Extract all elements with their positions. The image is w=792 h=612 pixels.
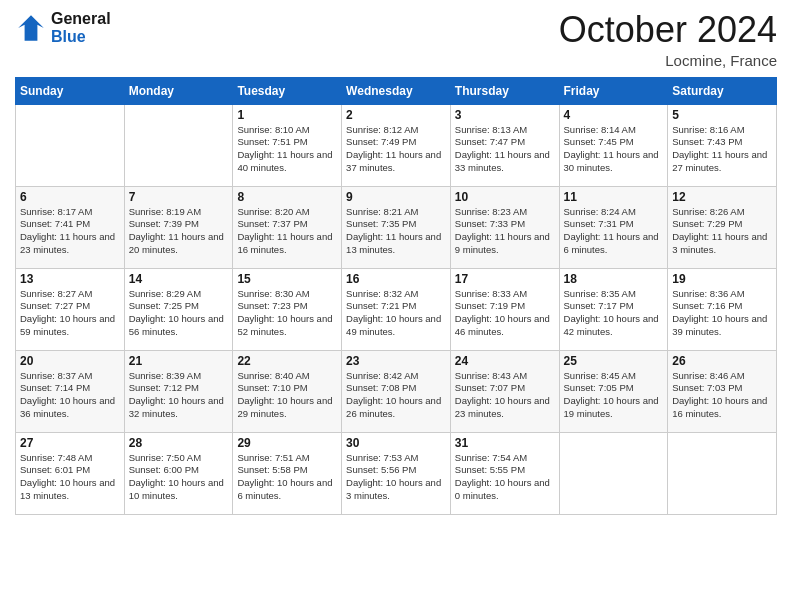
calendar-cell: 11Sunrise: 8:24 AM Sunset: 7:31 PM Dayli…	[559, 186, 668, 268]
day-info: Sunrise: 8:42 AM Sunset: 7:08 PM Dayligh…	[346, 370, 446, 421]
day-number: 7	[129, 190, 229, 204]
day-info: Sunrise: 7:53 AM Sunset: 5:56 PM Dayligh…	[346, 452, 446, 503]
calendar-cell: 7Sunrise: 8:19 AM Sunset: 7:39 PM Daylig…	[124, 186, 233, 268]
day-number: 10	[455, 190, 555, 204]
calendar-week-2: 6Sunrise: 8:17 AM Sunset: 7:41 PM Daylig…	[16, 186, 777, 268]
day-number: 16	[346, 272, 446, 286]
calendar-cell: 2Sunrise: 8:12 AM Sunset: 7:49 PM Daylig…	[342, 104, 451, 186]
day-number: 11	[564, 190, 664, 204]
calendar-cell: 15Sunrise: 8:30 AM Sunset: 7:23 PM Dayli…	[233, 268, 342, 350]
calendar-cell: 3Sunrise: 8:13 AM Sunset: 7:47 PM Daylig…	[450, 104, 559, 186]
day-number: 25	[564, 354, 664, 368]
day-info: Sunrise: 8:10 AM Sunset: 7:51 PM Dayligh…	[237, 124, 337, 175]
calendar-cell	[559, 432, 668, 514]
day-number: 18	[564, 272, 664, 286]
day-number: 9	[346, 190, 446, 204]
calendar-week-4: 20Sunrise: 8:37 AM Sunset: 7:14 PM Dayli…	[16, 350, 777, 432]
month-title: October 2024	[559, 10, 777, 50]
calendar-cell: 17Sunrise: 8:33 AM Sunset: 7:19 PM Dayli…	[450, 268, 559, 350]
day-number: 15	[237, 272, 337, 286]
calendar-header-thursday: Thursday	[450, 77, 559, 104]
calendar-cell	[668, 432, 777, 514]
day-info: Sunrise: 8:19 AM Sunset: 7:39 PM Dayligh…	[129, 206, 229, 257]
day-number: 8	[237, 190, 337, 204]
day-info: Sunrise: 8:20 AM Sunset: 7:37 PM Dayligh…	[237, 206, 337, 257]
day-info: Sunrise: 8:43 AM Sunset: 7:07 PM Dayligh…	[455, 370, 555, 421]
day-info: Sunrise: 8:40 AM Sunset: 7:10 PM Dayligh…	[237, 370, 337, 421]
day-info: Sunrise: 7:54 AM Sunset: 5:55 PM Dayligh…	[455, 452, 555, 503]
day-info: Sunrise: 8:26 AM Sunset: 7:29 PM Dayligh…	[672, 206, 772, 257]
day-number: 3	[455, 108, 555, 122]
day-number: 12	[672, 190, 772, 204]
day-info: Sunrise: 7:51 AM Sunset: 5:58 PM Dayligh…	[237, 452, 337, 503]
calendar-week-1: 1Sunrise: 8:10 AM Sunset: 7:51 PM Daylig…	[16, 104, 777, 186]
calendar-cell: 25Sunrise: 8:45 AM Sunset: 7:05 PM Dayli…	[559, 350, 668, 432]
calendar-header-wednesday: Wednesday	[342, 77, 451, 104]
day-number: 13	[20, 272, 120, 286]
calendar-header-friday: Friday	[559, 77, 668, 104]
day-number: 29	[237, 436, 337, 450]
calendar-cell: 9Sunrise: 8:21 AM Sunset: 7:35 PM Daylig…	[342, 186, 451, 268]
logo-icon	[15, 12, 47, 44]
day-info: Sunrise: 7:50 AM Sunset: 6:00 PM Dayligh…	[129, 452, 229, 503]
calendar-cell	[16, 104, 125, 186]
day-number: 28	[129, 436, 229, 450]
day-number: 26	[672, 354, 772, 368]
calendar-cell: 10Sunrise: 8:23 AM Sunset: 7:33 PM Dayli…	[450, 186, 559, 268]
calendar-header-saturday: Saturday	[668, 77, 777, 104]
calendar-cell: 14Sunrise: 8:29 AM Sunset: 7:25 PM Dayli…	[124, 268, 233, 350]
day-number: 2	[346, 108, 446, 122]
calendar: SundayMondayTuesdayWednesdayThursdayFrid…	[15, 77, 777, 515]
calendar-cell: 20Sunrise: 8:37 AM Sunset: 7:14 PM Dayli…	[16, 350, 125, 432]
calendar-cell: 24Sunrise: 8:43 AM Sunset: 7:07 PM Dayli…	[450, 350, 559, 432]
calendar-cell: 4Sunrise: 8:14 AM Sunset: 7:45 PM Daylig…	[559, 104, 668, 186]
page: General Blue October 2024 Locmine, Franc…	[0, 0, 792, 612]
calendar-header-tuesday: Tuesday	[233, 77, 342, 104]
calendar-week-5: 27Sunrise: 7:48 AM Sunset: 6:01 PM Dayli…	[16, 432, 777, 514]
calendar-cell: 23Sunrise: 8:42 AM Sunset: 7:08 PM Dayli…	[342, 350, 451, 432]
calendar-cell: 21Sunrise: 8:39 AM Sunset: 7:12 PM Dayli…	[124, 350, 233, 432]
day-info: Sunrise: 8:16 AM Sunset: 7:43 PM Dayligh…	[672, 124, 772, 175]
day-info: Sunrise: 8:12 AM Sunset: 7:49 PM Dayligh…	[346, 124, 446, 175]
day-number: 19	[672, 272, 772, 286]
day-number: 14	[129, 272, 229, 286]
calendar-cell: 12Sunrise: 8:26 AM Sunset: 7:29 PM Dayli…	[668, 186, 777, 268]
day-info: Sunrise: 8:45 AM Sunset: 7:05 PM Dayligh…	[564, 370, 664, 421]
calendar-cell: 29Sunrise: 7:51 AM Sunset: 5:58 PM Dayli…	[233, 432, 342, 514]
calendar-header-monday: Monday	[124, 77, 233, 104]
day-number: 17	[455, 272, 555, 286]
calendar-cell: 27Sunrise: 7:48 AM Sunset: 6:01 PM Dayli…	[16, 432, 125, 514]
day-number: 22	[237, 354, 337, 368]
day-info: Sunrise: 8:36 AM Sunset: 7:16 PM Dayligh…	[672, 288, 772, 339]
day-info: Sunrise: 8:21 AM Sunset: 7:35 PM Dayligh…	[346, 206, 446, 257]
day-info: Sunrise: 8:39 AM Sunset: 7:12 PM Dayligh…	[129, 370, 229, 421]
calendar-cell	[124, 104, 233, 186]
calendar-cell: 26Sunrise: 8:46 AM Sunset: 7:03 PM Dayli…	[668, 350, 777, 432]
day-info: Sunrise: 8:46 AM Sunset: 7:03 PM Dayligh…	[672, 370, 772, 421]
day-info: Sunrise: 8:23 AM Sunset: 7:33 PM Dayligh…	[455, 206, 555, 257]
calendar-cell: 18Sunrise: 8:35 AM Sunset: 7:17 PM Dayli…	[559, 268, 668, 350]
day-number: 23	[346, 354, 446, 368]
day-number: 30	[346, 436, 446, 450]
title-area: October 2024 Locmine, France	[559, 10, 777, 69]
calendar-cell: 1Sunrise: 8:10 AM Sunset: 7:51 PM Daylig…	[233, 104, 342, 186]
day-info: Sunrise: 8:32 AM Sunset: 7:21 PM Dayligh…	[346, 288, 446, 339]
calendar-cell: 30Sunrise: 7:53 AM Sunset: 5:56 PM Dayli…	[342, 432, 451, 514]
calendar-cell: 8Sunrise: 8:20 AM Sunset: 7:37 PM Daylig…	[233, 186, 342, 268]
day-number: 1	[237, 108, 337, 122]
day-number: 24	[455, 354, 555, 368]
header: General Blue October 2024 Locmine, Franc…	[15, 10, 777, 69]
day-info: Sunrise: 8:24 AM Sunset: 7:31 PM Dayligh…	[564, 206, 664, 257]
day-number: 4	[564, 108, 664, 122]
location: Locmine, France	[559, 52, 777, 69]
calendar-cell: 16Sunrise: 8:32 AM Sunset: 7:21 PM Dayli…	[342, 268, 451, 350]
day-info: Sunrise: 8:27 AM Sunset: 7:27 PM Dayligh…	[20, 288, 120, 339]
svg-marker-0	[18, 15, 44, 41]
calendar-cell: 22Sunrise: 8:40 AM Sunset: 7:10 PM Dayli…	[233, 350, 342, 432]
calendar-cell: 28Sunrise: 7:50 AM Sunset: 6:00 PM Dayli…	[124, 432, 233, 514]
calendar-cell: 19Sunrise: 8:36 AM Sunset: 7:16 PM Dayli…	[668, 268, 777, 350]
day-info: Sunrise: 8:30 AM Sunset: 7:23 PM Dayligh…	[237, 288, 337, 339]
day-number: 21	[129, 354, 229, 368]
logo-text: General Blue	[51, 10, 111, 45]
day-number: 31	[455, 436, 555, 450]
